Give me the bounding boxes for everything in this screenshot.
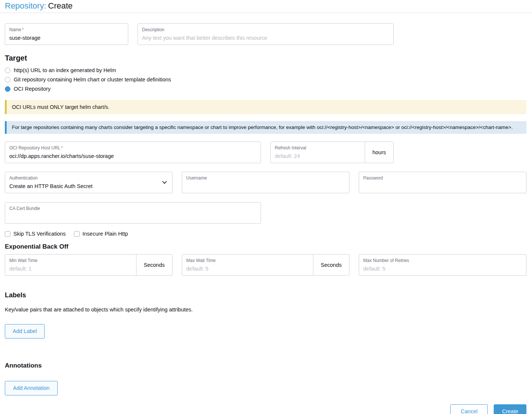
name-field: Name*	[5, 23, 128, 45]
max-retries-field: Max Number of Retries	[359, 254, 526, 276]
add-label-button[interactable]: Add Label	[5, 324, 45, 339]
radio-label[interactable]: http(s) URL to an index generated by Hel…	[14, 67, 116, 73]
basics-row: Name* Description	[5, 23, 526, 45]
refresh-interval-input[interactable]	[275, 153, 361, 159]
authentication-select[interactable]: Authentication Create an HTTP Basic Auth…	[5, 172, 173, 193]
radio-option-git-repository[interactable]: Git repository containing Helm chart or …	[5, 77, 526, 83]
form-content: Name* Description Target http(s) URL to …	[0, 23, 532, 395]
checkbox-icon[interactable]	[5, 231, 10, 237]
target-radio-group: http(s) URL to an index generated by Hel…	[5, 67, 526, 92]
authentication-label: Authentication	[9, 175, 168, 181]
backoff-heading: Exponential Back Off	[5, 243, 526, 250]
radio-icon[interactable]	[5, 77, 10, 83]
create-button[interactable]: Create	[494, 404, 526, 414]
cacert-row: CA Cert Bundle	[5, 202, 526, 224]
min-wait-time-input[interactable]	[9, 265, 132, 272]
footer-actions: Cancel Create	[0, 404, 532, 414]
authentication-selected-value: Create an HTTP Basic Auth Secret	[9, 183, 168, 190]
radio-selected-icon[interactable]	[5, 86, 10, 92]
username-label: Username	[186, 175, 345, 181]
insecure-http-label[interactable]: Insecure Plain Http	[83, 231, 128, 237]
checkbox-icon[interactable]	[74, 231, 80, 237]
max-wait-time-input[interactable]	[186, 265, 309, 272]
page-title-action: Create	[48, 1, 72, 10]
username-input[interactable]	[186, 183, 345, 190]
breadcrumb-repository-link[interactable]: Repository:	[5, 1, 46, 10]
radio-option-http-url[interactable]: http(s) URL to an index generated by Hel…	[5, 67, 526, 73]
refresh-interval-label: Refresh Interval	[275, 145, 361, 151]
target-heading: Target	[5, 54, 526, 62]
min-wait-time-field: Min Wait Time Seconds	[5, 254, 173, 276]
description-label: Description	[142, 27, 389, 32]
ca-cert-bundle-input[interactable]	[9, 213, 257, 220]
warning-banner: OCI URLs must ONLY target helm chart/s.	[5, 100, 526, 114]
max-wait-time-label: Max Wait Time	[186, 258, 309, 263]
refresh-interval-field: Refresh Interval hours	[270, 142, 394, 163]
refresh-interval-unit: hours	[365, 142, 393, 163]
max-wait-time-field: Max Wait Time Seconds	[182, 254, 349, 276]
password-field: Password	[359, 172, 526, 193]
page-header: Repository:Create	[0, 0, 532, 13]
add-annotation-button[interactable]: Add Annotation	[5, 381, 58, 395]
radio-label[interactable]: OCI Repository	[14, 86, 51, 92]
oci-host-url-input[interactable]	[9, 153, 257, 159]
labels-description: Key/value pairs that are attached to obj…	[5, 307, 526, 313]
skip-tls-label[interactable]: Skip TLS Verifications	[13, 231, 66, 237]
name-input[interactable]	[9, 35, 124, 41]
oci-host-url-label: OCI Repository Host URL*	[9, 145, 257, 151]
ca-cert-bundle-label: CA Cert Bundle	[9, 206, 257, 211]
labels-heading: Labels	[5, 291, 526, 299]
skip-tls-checkbox[interactable]: Skip TLS Verifications	[5, 231, 66, 237]
page-title: Repository:Create	[5, 1, 526, 11]
max-wait-time-unit: Seconds	[313, 255, 349, 275]
radio-label[interactable]: Git repository containing Helm chart or …	[14, 77, 171, 83]
backoff-row: Min Wait Time Seconds Max Wait Time Seco…	[5, 254, 526, 276]
radio-option-oci-repository[interactable]: OCI Repository	[5, 86, 526, 92]
radio-icon[interactable]	[5, 68, 10, 73]
password-input[interactable]	[363, 183, 522, 190]
info-banner: For large repositories containing many c…	[5, 121, 526, 134]
min-wait-time-label: Min Wait Time	[9, 258, 132, 263]
oci-row: OCI Repository Host URL* Refresh Interva…	[5, 142, 526, 163]
description-field: Description	[138, 23, 394, 45]
annotations-heading: Annotations	[5, 362, 526, 369]
tls-options-row: Skip TLS Verifications Insecure Plain Ht…	[5, 231, 526, 237]
password-label: Password	[363, 175, 522, 181]
max-retries-label: Max Number of Retries	[363, 258, 522, 263]
name-label: Name*	[9, 27, 124, 32]
username-field: Username	[182, 172, 349, 193]
required-marker: *	[61, 145, 63, 151]
required-marker: *	[22, 27, 24, 32]
repository-create-page: Repository:Create Name* Description Targ…	[0, 0, 532, 414]
cancel-button[interactable]: Cancel	[450, 404, 488, 414]
auth-row: Authentication Create an HTTP Basic Auth…	[5, 172, 526, 193]
min-wait-time-unit: Seconds	[136, 255, 172, 275]
max-retries-input[interactable]	[363, 265, 522, 272]
ca-cert-bundle-field: CA Cert Bundle	[5, 202, 261, 224]
insecure-http-checkbox[interactable]: Insecure Plain Http	[74, 231, 128, 237]
oci-host-url-field: OCI Repository Host URL*	[5, 142, 261, 163]
description-input[interactable]	[142, 35, 389, 41]
